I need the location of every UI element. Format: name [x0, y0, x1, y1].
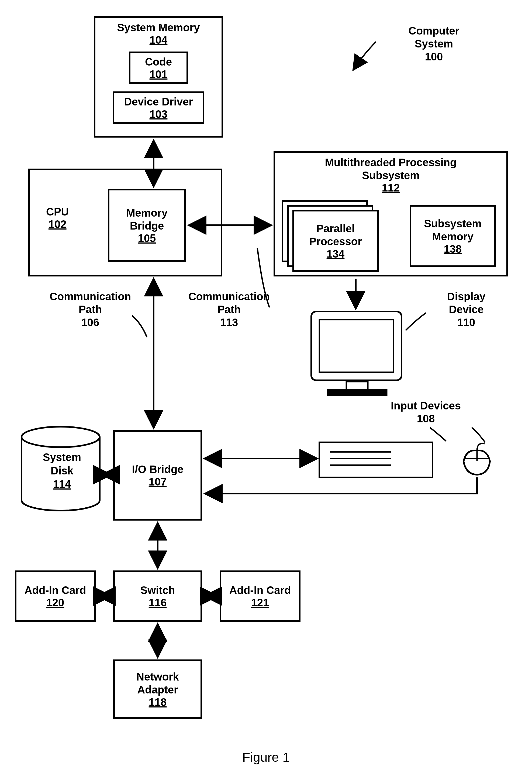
computer-system-label: Computer System 100 — [380, 24, 488, 63]
cpu-title: CPU — [46, 205, 69, 218]
comm-path-106-label: Communication Path 106 — [42, 290, 139, 329]
system-memory-num: 104 — [149, 34, 168, 46]
subsystem-memory-title: Subsystem Memory — [424, 217, 481, 243]
code-title: Code — [145, 55, 172, 68]
mtps-title: Multithreaded Processing Subsystem — [325, 156, 457, 182]
monitor-icon — [311, 312, 402, 395]
input-devices-title: Input Devices — [375, 399, 477, 412]
cpu-label-group: CPU 102 — [46, 205, 69, 230]
arrow-mouse-iobridge — [205, 477, 477, 494]
curve-computer-system — [353, 42, 376, 70]
comm-path-106-num: 106 — [42, 316, 139, 329]
curve-input-devices-left — [430, 428, 446, 441]
add-in-card-120-num: 120 — [46, 597, 64, 609]
cpu-num: 102 — [46, 218, 69, 230]
input-devices-label: Input Devices 108 — [375, 399, 477, 425]
display-device-title: Display Device — [426, 290, 507, 316]
parallel-processor-num: 134 — [327, 248, 345, 260]
display-device-num: 110 — [426, 316, 507, 329]
device-driver-box: Device Driver 103 — [113, 91, 204, 124]
io-bridge-title: I/O Bridge — [132, 463, 183, 476]
input-devices-num: 108 — [375, 412, 477, 425]
network-adapter-num: 118 — [149, 696, 167, 708]
add-in-card-120-box: Add-In Card 120 — [15, 570, 96, 622]
comm-path-106-title: Communication Path — [42, 290, 139, 316]
svg-rect-1 — [319, 320, 394, 372]
display-device-label: Display Device 110 — [426, 290, 507, 329]
subsystem-memory-num: 138 — [444, 243, 462, 255]
io-bridge-num: 107 — [149, 476, 167, 488]
computer-system-num: 100 — [380, 50, 488, 63]
memory-bridge-num: 105 — [138, 232, 156, 244]
add-in-card-121-num: 121 — [251, 597, 269, 609]
switch-num: 116 — [149, 597, 167, 609]
memory-bridge-title: Memory Bridge — [126, 206, 167, 232]
device-driver-title: Device Driver — [124, 95, 193, 108]
svg-rect-2 — [346, 382, 368, 390]
switch-box: Switch 116 — [113, 570, 202, 622]
add-in-card-120-title: Add-In Card — [25, 584, 86, 597]
system-disk-label: System Disk 114 — [26, 450, 98, 491]
diagram-canvas: System Memory 104 Code 101 Device Driver… — [0, 0, 532, 783]
code-box: Code 101 — [129, 52, 188, 84]
curve-input-devices-right — [472, 428, 485, 442]
io-bridge-box: I/O Bridge 107 — [113, 430, 202, 521]
svg-rect-0 — [311, 312, 402, 380]
mtps-num: 112 — [382, 182, 400, 194]
parallel-processor-title: Parallel Processor — [309, 222, 362, 248]
computer-system-title: Computer System — [380, 24, 488, 50]
memory-bridge-box: Memory Bridge 105 — [108, 189, 186, 262]
comm-path-113-num: 113 — [180, 316, 277, 329]
comm-path-113-title: Communication Path — [180, 290, 277, 316]
svg-rect-5 — [319, 442, 433, 477]
svg-rect-3 — [327, 390, 387, 395]
keyboard-icon — [319, 442, 433, 477]
device-driver-num: 103 — [149, 108, 168, 120]
network-adapter-title: Network Adapter — [136, 670, 179, 696]
figure-caption: Figure 1 — [0, 750, 532, 765]
system-memory-box: System Memory 104 Code 101 Device Driver… — [94, 16, 223, 137]
curve-display-device — [406, 313, 426, 331]
add-in-card-121-box: Add-In Card 121 — [220, 570, 300, 622]
switch-title: Switch — [140, 584, 175, 597]
comm-path-113-label: Communication Path 113 — [180, 290, 277, 329]
mouse-icon — [464, 443, 490, 475]
system-disk-title: System Disk — [26, 450, 98, 477]
connectors-overlay — [0, 0, 532, 783]
svg-point-4 — [22, 427, 100, 447]
add-in-card-121-title: Add-In Card — [229, 584, 291, 597]
subsystem-memory-box: Subsystem Memory 138 — [410, 205, 496, 267]
system-disk-num: 114 — [53, 477, 71, 491]
network-adapter-box: Network Adapter 118 — [113, 659, 202, 719]
parallel-processor-box: Parallel Processor 134 — [292, 210, 379, 272]
code-num: 101 — [149, 68, 168, 81]
system-memory-title: System Memory — [117, 21, 200, 34]
